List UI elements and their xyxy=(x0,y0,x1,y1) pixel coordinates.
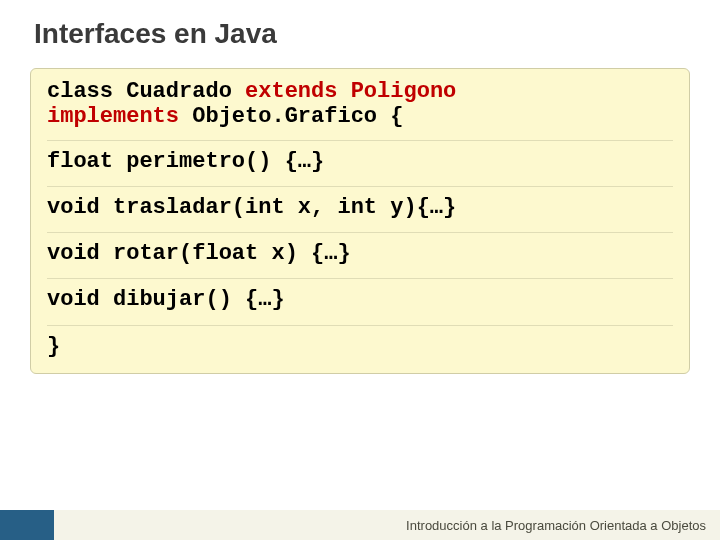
footer-text: Introducción a la Programación Orientada… xyxy=(406,518,706,533)
footer-main: Introducción a la Programación Orientada… xyxy=(54,510,720,540)
code-line-6: } xyxy=(47,334,673,359)
footer-accent xyxy=(0,510,54,540)
code-line-1: class Cuadrado extends Poligono implemen… xyxy=(47,79,673,130)
code-line-5: void dibujar() {…} xyxy=(47,287,673,312)
separator xyxy=(47,186,673,187)
slide: Interfaces en Java class Cuadrado extend… xyxy=(0,0,720,540)
separator xyxy=(47,140,673,141)
code-text: class Cuadrado xyxy=(47,79,245,104)
separator xyxy=(47,325,673,326)
code-line-4: void rotar(float x) {…} xyxy=(47,241,673,266)
keyword-implements: implements xyxy=(47,104,179,129)
code-line-3: void trasladar(int x, int y){…} xyxy=(47,195,673,220)
keyword-extends: extends Poligono xyxy=(245,79,456,104)
slide-title: Interfaces en Java xyxy=(30,18,690,50)
code-block: class Cuadrado extends Poligono implemen… xyxy=(30,68,690,374)
code-line-2: float perimetro() {…} xyxy=(47,149,673,174)
separator xyxy=(47,278,673,279)
footer-bar: Introducción a la Programación Orientada… xyxy=(0,510,720,540)
code-text: Objeto.Grafico { xyxy=(179,104,403,129)
separator xyxy=(47,232,673,233)
